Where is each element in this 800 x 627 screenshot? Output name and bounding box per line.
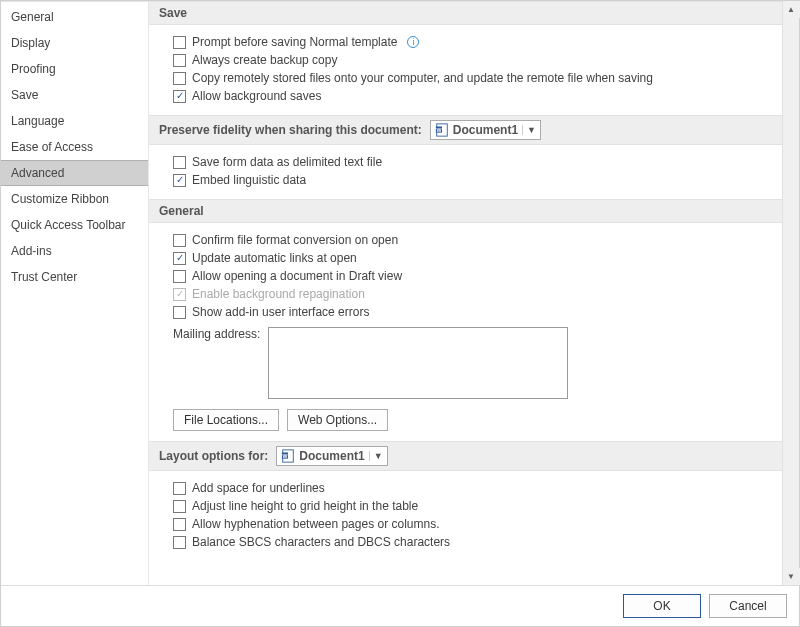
section-header-general: General xyxy=(149,199,782,223)
checkbox-label: Show add-in user interface errors xyxy=(192,305,369,319)
checkbox-prompt-before-saving[interactable] xyxy=(173,36,186,49)
file-locations-button[interactable]: File Locations... xyxy=(173,409,279,431)
section-title: Save xyxy=(159,6,187,20)
checkbox-allow-draft-view[interactable] xyxy=(173,270,186,283)
sidebar-item-ease-of-access[interactable]: Ease of Access xyxy=(1,134,148,160)
section-body-layout: Add space for underlines Adjust line hei… xyxy=(149,471,782,559)
svg-text:W: W xyxy=(283,453,288,459)
sidebar-item-general[interactable]: General xyxy=(1,4,148,30)
checkbox-enable-repagination xyxy=(173,288,186,301)
checkbox-label: Embed linguistic data xyxy=(192,173,306,187)
main-panel: Save Prompt before saving Normal templat… xyxy=(149,1,799,585)
dropdown-value: Document1 xyxy=(299,449,364,463)
section-title: Layout options for: xyxy=(159,449,268,463)
chevron-down-icon: ▼ xyxy=(369,451,383,461)
info-icon[interactable]: i xyxy=(407,36,419,48)
checkbox-label: Adjust line height to grid height in the… xyxy=(192,499,418,513)
section-header-save: Save xyxy=(149,1,782,25)
checkbox-show-addin-errors[interactable] xyxy=(173,306,186,319)
sidebar-label: Add-ins xyxy=(11,244,52,258)
checkbox-label: Confirm file format conversion on open xyxy=(192,233,398,247)
checkbox-label: Prompt before saving Normal template xyxy=(192,35,397,49)
sidebar-item-display[interactable]: Display xyxy=(1,30,148,56)
options-dialog: General Display Proofing Save Language E… xyxy=(0,0,800,627)
dialog-body: General Display Proofing Save Language E… xyxy=(1,1,799,585)
mailing-address-input[interactable] xyxy=(268,327,568,399)
vertical-scrollbar[interactable]: ▲ ▼ xyxy=(782,1,799,585)
checkbox-adjust-line-height[interactable] xyxy=(173,500,186,513)
checkbox-label: Allow opening a document in Draft view xyxy=(192,269,402,283)
sidebar-label: Quick Access Toolbar xyxy=(11,218,126,232)
checkbox-label: Update automatic links at open xyxy=(192,251,357,265)
checkbox-label: Save form data as delimited text file xyxy=(192,155,382,169)
sidebar-item-language[interactable]: Language xyxy=(1,108,148,134)
dialog-footer: OK Cancel xyxy=(1,585,799,626)
scroll-content: Save Prompt before saving Normal templat… xyxy=(149,1,782,585)
sidebar-label: Language xyxy=(11,114,64,128)
sidebar-item-advanced[interactable]: Advanced xyxy=(1,160,148,186)
section-title: Preserve fidelity when sharing this docu… xyxy=(159,123,422,137)
checkbox-label: Add space for underlines xyxy=(192,481,325,495)
sidebar-label: Customize Ribbon xyxy=(11,192,109,206)
checkbox-copy-remote[interactable] xyxy=(173,72,186,85)
sidebar-label: Display xyxy=(11,36,50,50)
checkbox-label: Allow hyphenation between pages or colum… xyxy=(192,517,440,531)
sidebar-item-proofing[interactable]: Proofing xyxy=(1,56,148,82)
scroll-down-button[interactable]: ▼ xyxy=(783,568,800,585)
checkbox-embed-linguistic[interactable] xyxy=(173,174,186,187)
web-options-button[interactable]: Web Options... xyxy=(287,409,388,431)
section-body-general: Confirm file format conversion on open U… xyxy=(149,223,782,439)
section-title: General xyxy=(159,204,204,218)
sidebar-item-save[interactable]: Save xyxy=(1,82,148,108)
checkbox-label: Copy remotely stored files onto your com… xyxy=(192,71,653,85)
checkbox-label: Enable background repagination xyxy=(192,287,365,301)
chevron-down-icon: ▼ xyxy=(522,125,536,135)
checkbox-confirm-conversion[interactable] xyxy=(173,234,186,247)
checkbox-allow-background-saves[interactable] xyxy=(173,90,186,103)
section-header-preserve-fidelity: Preserve fidelity when sharing this docu… xyxy=(149,115,782,145)
checkbox-label: Balance SBCS characters and DBCS charact… xyxy=(192,535,450,549)
checkbox-allow-hyphenation[interactable] xyxy=(173,518,186,531)
preserve-fidelity-dropdown[interactable]: W Document1 ▼ xyxy=(430,120,541,140)
sidebar-item-trust-center[interactable]: Trust Center xyxy=(1,264,148,290)
svg-text:W: W xyxy=(436,127,441,133)
ok-button[interactable]: OK xyxy=(623,594,701,618)
cancel-button[interactable]: Cancel xyxy=(709,594,787,618)
checkbox-label: Allow background saves xyxy=(192,89,321,103)
sidebar-label: Ease of Access xyxy=(11,140,93,154)
section-body-preserve: Save form data as delimited text file Em… xyxy=(149,145,782,197)
sidebar-label: Trust Center xyxy=(11,270,77,284)
dropdown-value: Document1 xyxy=(453,123,518,137)
checkbox-save-form-data[interactable] xyxy=(173,156,186,169)
sidebar-label: Proofing xyxy=(11,62,56,76)
sidebar-item-customize-ribbon[interactable]: Customize Ribbon xyxy=(1,186,148,212)
section-header-layout-options: Layout options for: W Document1 ▼ xyxy=(149,441,782,471)
checkbox-update-links[interactable] xyxy=(173,252,186,265)
sidebar: General Display Proofing Save Language E… xyxy=(1,1,149,585)
layout-options-dropdown[interactable]: W Document1 ▼ xyxy=(276,446,387,466)
checkbox-label: Always create backup copy xyxy=(192,53,337,67)
sidebar-label: Advanced xyxy=(11,166,64,180)
sidebar-item-add-ins[interactable]: Add-ins xyxy=(1,238,148,264)
word-document-icon: W xyxy=(281,449,295,463)
checkbox-add-space-underlines[interactable] xyxy=(173,482,186,495)
sidebar-item-quick-access-toolbar[interactable]: Quick Access Toolbar xyxy=(1,212,148,238)
checkbox-always-backup[interactable] xyxy=(173,54,186,67)
scroll-up-button[interactable]: ▲ xyxy=(783,1,800,18)
checkbox-balance-sbcs-dbcs[interactable] xyxy=(173,536,186,549)
section-body-save: Prompt before saving Normal template i A… xyxy=(149,25,782,113)
word-document-icon: W xyxy=(435,123,449,137)
sidebar-label: Save xyxy=(11,88,38,102)
mailing-address-label: Mailing address: xyxy=(173,327,260,341)
sidebar-label: General xyxy=(11,10,54,24)
